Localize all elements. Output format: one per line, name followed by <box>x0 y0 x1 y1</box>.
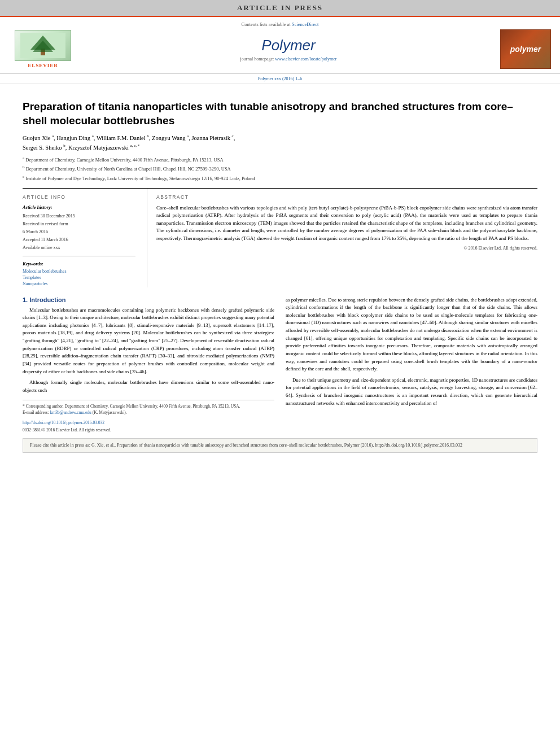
accepted-date: Accepted 11 March 2016 <box>23 237 135 243</box>
sup-ac: a, c, * <box>130 143 140 148</box>
doi-line: Polymer xxx (2016) 1–6 <box>0 74 560 84</box>
banner-text: ARTICLE IN PRESS <box>237 3 323 12</box>
abstract-heading: ABSTRACT <box>156 194 537 200</box>
intro-para-1: Molecular bottlebrushes are macromolecul… <box>23 307 274 376</box>
intro-para-2: Although formally single molecules, mole… <box>23 379 274 394</box>
sup-a3: a <box>187 134 189 138</box>
sup-a1: a <box>52 134 54 138</box>
body-right-col: as polymer micelles. Due to strong steri… <box>286 296 537 433</box>
author-5: Joanna Pietrasik <box>191 135 230 141</box>
revised-label: Received in revised form <box>23 221 135 227</box>
journal-header: Contents lists available at ScienceDirec… <box>0 16 560 74</box>
author-2: Hangjun Ding <box>56 135 90 141</box>
sup-b1: b <box>147 134 149 138</box>
elsevier-logo-image <box>15 30 71 61</box>
journal-homepage-link[interactable]: www.elsevier.com/locate/polymer <box>275 56 336 62</box>
journal-center: Polymer journal homepage: www.elsevier.c… <box>77 37 500 62</box>
affil-a: a Department of Chemistry, Carnegie Mell… <box>23 155 537 164</box>
elsevier-logo: ELSEVIER <box>9 30 77 68</box>
keyword-1: Molecular bottlebrushes <box>23 269 135 274</box>
affil-b: b Department of Chemistry, University of… <box>23 164 537 173</box>
copyright-line: © 2016 Elsevier Ltd. All rights reserved… <box>156 246 537 251</box>
keyword-3: Nanoparticles <box>23 281 135 286</box>
body-left-col: 1. Introduction Molecular bottlebrushes … <box>23 296 274 433</box>
copyright-footer: 0032-3861/© 2016 Elsevier Ltd. All right… <box>23 427 274 433</box>
article-in-press-banner: ARTICLE IN PRESS <box>0 0 560 16</box>
citation-text: Please cite this article in press as: G.… <box>30 443 462 448</box>
article-title: Preparation of titania nanoparticles wit… <box>23 100 537 128</box>
affil-c: c Institute of Polymer and Dye Technolog… <box>23 174 537 182</box>
right-para-1: as polymer micelles. Due to strong steri… <box>286 296 537 373</box>
polymer-logo: polymer <box>500 29 551 69</box>
footnote-area: * Corresponding author. Department of Ch… <box>23 400 274 416</box>
keyword-2: Templates <box>23 275 135 280</box>
doi-footer-area: http://dx.doi.org/10.1016/j.polymer.2016… <box>23 420 274 433</box>
sup-c1: c <box>232 134 234 138</box>
article-history-label: Article history: <box>23 204 135 210</box>
sciencedirect-link[interactable]: ScienceDirect <box>292 21 319 27</box>
citation-box: Please cite this article in press as: G.… <box>23 438 537 453</box>
sup-a2: a <box>92 134 94 138</box>
author-3: William F.M. Daniel <box>97 135 146 141</box>
footnote-corresponding: * Corresponding author. Department of Ch… <box>23 404 274 410</box>
available-online: Available online xxx <box>23 244 135 251</box>
doi-url[interactable]: http://dx.doi.org/10.1016/j.polymer.2016… <box>23 420 274 425</box>
abstract-col: ABSTRACT Core–shell molecular bottlebrus… <box>147 189 537 287</box>
main-content: Preparation of titania nanoparticles wit… <box>0 84 560 460</box>
received-date: Received 30 December 2015 <box>23 213 135 219</box>
author-7: Krzysztof Matyjaszewski <box>68 144 129 150</box>
elsevier-label: ELSEVIER <box>28 63 58 68</box>
sciencedirect-line: Contents lists available at ScienceDirec… <box>9 21 551 27</box>
intro-heading: 1. Introduction <box>23 296 274 303</box>
keywords-label: Keywords: <box>23 261 135 267</box>
article-info-col: ARTICLE INFO Article history: Received 3… <box>23 189 135 287</box>
abstract-body: Core–shell molecular bottlebrushes with … <box>156 204 537 243</box>
info-divider <box>23 256 135 256</box>
authors: Guojun Xie a, Hangjun Ding a, William F.… <box>23 133 537 152</box>
author-6: Sergei S. Sheiko <box>23 144 62 150</box>
affiliations: a Department of Chemistry, Carnegie Mell… <box>23 155 537 182</box>
journal-header-main: ELSEVIER Polymer journal homepage: www.e… <box>9 29 551 69</box>
footnote-email-address[interactable]: km3b@andrew.cmu.edu <box>50 410 91 415</box>
body-columns: 1. Introduction Molecular bottlebrushes … <box>23 296 537 433</box>
author-4: Zongyu Wang <box>152 135 185 141</box>
journal-title: Polymer <box>77 37 500 54</box>
page: ARTICLE IN PRESS Contents lists availabl… <box>0 0 560 747</box>
author-1: Guojun Xie <box>23 135 50 141</box>
revised-date: 6 March 2016 <box>23 229 135 235</box>
journal-homepage: journal homepage: www.elsevier.com/locat… <box>77 56 500 62</box>
right-para-2: Due to their unique geometry and size-de… <box>286 377 537 408</box>
sup-b2: b <box>63 143 65 148</box>
footnote-email: E-mail address: km3b@andrew.cmu.edu (K. … <box>23 410 274 416</box>
article-info-heading: ARTICLE INFO <box>23 194 135 200</box>
article-info-abstract: ARTICLE INFO Article history: Received 3… <box>23 188 537 287</box>
